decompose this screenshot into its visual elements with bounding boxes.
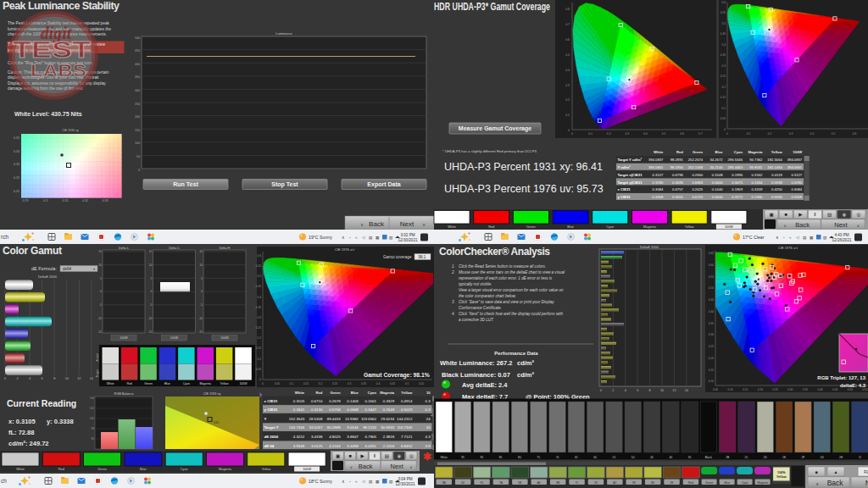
svg-text:0.25: 0.25: [721, 75, 726, 78]
svg-text:◉: ◉: [397, 453, 401, 458]
svg-text:0.2625: 0.2625: [692, 187, 703, 191]
svg-text:‖: ‖: [374, 453, 376, 458]
svg-text:Black: Black: [705, 456, 712, 459]
svg-text:Blue: Blue: [567, 225, 574, 229]
svg-text:0.7: 0.7: [698, 132, 703, 136]
svg-text:∨: ∨: [422, 222, 426, 227]
svg-text:182.3064: 182.3064: [767, 158, 782, 162]
svg-text:Back: Back: [359, 463, 373, 470]
svg-text:■: ■: [348, 453, 351, 458]
svg-text:0.35: 0.35: [803, 388, 808, 391]
svg-text:0.3162: 0.3162: [752, 173, 763, 177]
svg-text:0.5: 0.5: [662, 132, 666, 136]
svg-text:40: 40: [669, 456, 672, 459]
svg-text:60: 60: [593, 456, 597, 459]
svg-text:Target x(CIE31: Target x(CIE31: [618, 173, 643, 177]
svg-text:y: 0.3338: y: 0.3338: [47, 418, 74, 425]
svg-text:Yellow: Yellow: [776, 475, 787, 479]
svg-text:0: 0: [4, 377, 6, 380]
svg-text:100W: 100W: [303, 468, 311, 471]
svg-text:Magenta: Magenta: [748, 150, 763, 154]
svg-text:0.5: 0.5: [405, 382, 409, 385]
svg-text:10: 10: [426, 391, 431, 395]
svg-text:0: 0: [151, 290, 153, 293]
svg-text:3.: 3.: [452, 300, 455, 304]
svg-text:0: 0: [571, 132, 573, 136]
svg-text:0.6: 0.6: [680, 132, 684, 136]
svg-text:A2: A2: [613, 481, 616, 485]
svg-text:◔: ◔: [348, 480, 351, 484]
svg-text:500: 500: [135, 36, 140, 40]
svg-text:0.3: 0.3: [348, 382, 352, 385]
svg-text:0.15: 0.15: [303, 382, 309, 385]
svg-text:Avg deltaE: 2.4: Avg deltaE: 2.4: [462, 381, 508, 389]
svg-text:14: 14: [90, 377, 93, 380]
svg-text:White Level: 430.75 Nits: White Level: 430.75 Nits: [14, 111, 82, 117]
svg-text:0.3341: 0.3341: [293, 408, 305, 412]
svg-text:6: 6: [637, 389, 638, 392]
svg-text:0.3130: 0.3130: [311, 408, 323, 412]
svg-text:▧: ▧: [823, 236, 826, 240]
svg-text:▧: ▧: [389, 480, 392, 484]
svg-text:0.25: 0.25: [256, 326, 261, 330]
svg-text:White: White: [295, 391, 305, 395]
svg-text:152.3543: 152.3543: [289, 417, 305, 421]
svg-text:200: 200: [135, 115, 140, 119]
svg-text:4:43 PM: 4:43 PM: [834, 233, 849, 237]
svg-text:0.6: 0.6: [853, 132, 857, 136]
svg-text:Green: Green: [144, 382, 153, 385]
svg-text:394.0837: 394.0837: [648, 158, 664, 162]
svg-text:0.5: 0.5: [832, 132, 836, 136]
svg-text:CIE 1931 xy: CIE 1931 xy: [62, 129, 79, 132]
svg-text:0.3096: 0.3096: [672, 180, 683, 185]
svg-text:0: 0: [138, 169, 140, 172]
svg-text:0.20: 0.20: [758, 388, 763, 391]
svg-text:9C: 9C: [480, 481, 484, 485]
svg-text:▤: ▤: [803, 236, 806, 240]
svg-text:0.30: 0.30: [709, 333, 714, 336]
svg-text:89.4433: 89.4433: [327, 417, 341, 421]
svg-text:Red: Red: [315, 391, 322, 395]
svg-text:15: 15: [149, 250, 153, 253]
svg-text:0.6715: 0.6715: [692, 195, 703, 199]
svg-text:0.05: 0.05: [713, 388, 718, 391]
svg-text:50: 50: [632, 456, 635, 459]
svg-text:Actual: Actual: [96, 353, 99, 362]
svg-text:0.4914: 0.4914: [401, 399, 413, 403]
svg-text:Click “Save” to save data and: Click “Save” to save data and view or pr…: [459, 300, 554, 304]
svg-text:5: 5: [151, 277, 153, 280]
svg-text:150: 150: [135, 129, 140, 132]
svg-text:0.2: 0.2: [768, 132, 772, 136]
svg-text:0.1: 0.1: [290, 382, 294, 385]
svg-text:RGB Balance: RGB Balance: [114, 392, 133, 396]
svg-text:deltaE: 4.3: deltaE: 4.3: [840, 383, 866, 388]
svg-text:0.45: 0.45: [721, 32, 726, 36]
svg-text:■: ■: [815, 469, 818, 474]
svg-text:Blue: Blue: [715, 150, 724, 154]
svg-text:8B: 8B: [556, 481, 559, 485]
svg-text:0.3105: 0.3105: [293, 399, 305, 403]
svg-text:4: 4: [29, 377, 31, 380]
svg-text:2.1204: 2.1204: [383, 444, 395, 448]
svg-text:Green: Green: [705, 481, 713, 485]
svg-text:100: 100: [90, 417, 95, 420]
svg-text:0.0644: 0.0644: [712, 195, 723, 199]
svg-text:50: 50: [136, 155, 140, 158]
svg-text:2.3818: 2.3818: [383, 435, 395, 439]
svg-text:15: 15: [98, 250, 102, 253]
svg-text:∨: ∨: [350, 465, 353, 469]
svg-text:100W: 100W: [725, 225, 733, 229]
svg-text:134.7346: 134.7346: [289, 425, 305, 430]
svg-text:0.35: 0.35: [709, 322, 714, 325]
svg-text:94.7362: 94.7362: [749, 158, 763, 162]
svg-text:7C: 7C: [575, 481, 579, 485]
svg-text:dE 94: dE 94: [264, 444, 275, 448]
svg-text:rch: rch: [1, 234, 8, 240]
svg-text:fL: 72.88: fL: 72.88: [8, 429, 34, 436]
svg-text:144.2312: 144.2312: [397, 417, 413, 421]
svg-text:0.32: 0.32: [82, 199, 88, 202]
svg-text:0.6757: 0.6757: [672, 187, 683, 191]
svg-text:0.1508: 0.1508: [712, 173, 723, 177]
svg-text:Yellow: Yellow: [401, 391, 413, 395]
svg-text:▤: ▤: [385, 453, 389, 458]
